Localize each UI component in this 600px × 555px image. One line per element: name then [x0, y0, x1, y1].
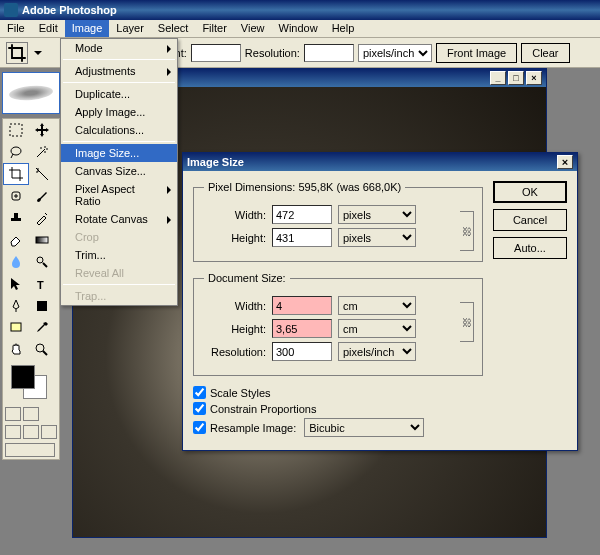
menubar: File Edit Image Layer Select Filter View…	[0, 20, 600, 38]
ok-button[interactable]: OK	[493, 181, 567, 203]
stamp-tool[interactable]	[3, 207, 29, 229]
image-menu-dropdown: Mode Adjustments Duplicate... Apply Imag…	[60, 38, 178, 306]
app-icon	[4, 3, 18, 17]
menu-trim[interactable]: Trim...	[61, 246, 177, 264]
resolution-unit[interactable]: pixels/inch	[338, 342, 416, 361]
svg-point-8	[36, 344, 44, 352]
menu-window[interactable]: Window	[272, 20, 325, 37]
lasso-tool[interactable]	[3, 141, 29, 163]
dialog-close-button[interactable]: ×	[557, 155, 573, 169]
healing-tool[interactable]	[3, 185, 29, 207]
eraser-tool[interactable]	[3, 229, 29, 251]
clear-button[interactable]: Clear	[521, 43, 569, 63]
screen-full[interactable]	[41, 425, 57, 439]
auto-button[interactable]: Auto...	[493, 237, 567, 259]
svg-rect-7	[11, 323, 21, 331]
menu-adjustments[interactable]: Adjustments	[61, 62, 177, 80]
menu-layer[interactable]: Layer	[109, 20, 151, 37]
resample-method-select[interactable]: Bicubic	[304, 418, 424, 437]
minimize-button[interactable]: _	[490, 71, 506, 85]
px-height-unit[interactable]: pixels	[338, 228, 416, 247]
svg-point-1	[11, 147, 21, 155]
resample-check[interactable]: Resample Image:Bicubic	[193, 418, 483, 437]
link-doc-icon[interactable]	[460, 302, 474, 342]
color-swatches	[3, 361, 59, 405]
zoom-tool[interactable]	[29, 339, 55, 361]
height-input[interactable]	[191, 44, 241, 62]
resolution-input[interactable]	[304, 44, 354, 62]
notes-tool[interactable]	[3, 317, 29, 339]
doc-width-input[interactable]	[272, 296, 332, 315]
constrain-checkbox[interactable]	[193, 402, 206, 415]
menu-filter[interactable]: Filter	[195, 20, 233, 37]
resolution-field[interactable]	[272, 342, 332, 361]
tool-preset-dropdown[interactable]	[34, 51, 42, 55]
menu-image-size[interactable]: Image Size...	[61, 144, 177, 162]
menu-mode[interactable]: Mode	[61, 39, 177, 57]
screen-standard[interactable]	[5, 425, 21, 439]
scale-styles-check[interactable]: Scale Styles	[193, 386, 483, 399]
gradient-tool[interactable]	[29, 229, 55, 251]
hand-tool[interactable]	[3, 339, 29, 361]
path-select-tool[interactable]	[3, 273, 29, 295]
doc-height-unit[interactable]: cm	[338, 319, 416, 338]
front-image-button[interactable]: Front Image	[436, 43, 517, 63]
menu-select[interactable]: Select	[151, 20, 196, 37]
foreground-color[interactable]	[11, 365, 35, 389]
doc-height-input[interactable]	[272, 319, 332, 338]
doc-height-label: Height:	[204, 323, 266, 335]
svg-rect-0	[10, 124, 22, 136]
crop-tool[interactable]	[3, 163, 29, 185]
brush-preview[interactable]	[2, 72, 60, 114]
menu-edit[interactable]: Edit	[32, 20, 65, 37]
pen-tool[interactable]	[3, 295, 29, 317]
svg-text:T: T	[37, 279, 44, 291]
eyedropper-tool[interactable]	[29, 317, 55, 339]
scale-styles-checkbox[interactable]	[193, 386, 206, 399]
cancel-button[interactable]: Cancel	[493, 209, 567, 231]
history-brush-tool[interactable]	[29, 207, 55, 229]
svg-point-4	[37, 257, 43, 263]
menu-file[interactable]: File	[0, 20, 32, 37]
menu-apply-image[interactable]: Apply Image...	[61, 103, 177, 121]
menu-canvas-size[interactable]: Canvas Size...	[61, 162, 177, 180]
dodge-tool[interactable]	[29, 251, 55, 273]
image-size-dialog: Image Size × Pixel Dimensions: 595,8K (w…	[182, 152, 578, 451]
slice-tool[interactable]	[29, 163, 55, 185]
pixel-dimensions-group: Pixel Dimensions: 595,8K (was 668,0K) Wi…	[193, 181, 483, 262]
shape-tool[interactable]	[29, 295, 55, 317]
wand-tool[interactable]	[29, 141, 55, 163]
resolution-label: Resolution:	[245, 47, 300, 59]
quickmask-off[interactable]	[5, 407, 21, 421]
move-tool[interactable]	[29, 119, 55, 141]
blur-tool[interactable]	[3, 251, 29, 273]
px-width-input[interactable]	[272, 205, 332, 224]
marquee-tool[interactable]	[3, 119, 29, 141]
close-window-button[interactable]: ×	[526, 71, 542, 85]
menu-help[interactable]: Help	[325, 20, 362, 37]
doc-width-unit[interactable]: cm	[338, 296, 416, 315]
link-pixel-icon[interactable]	[460, 211, 474, 251]
dialog-titlebar[interactable]: Image Size ×	[183, 153, 577, 171]
pixel-dimensions-legend: Pixel Dimensions: 595,8K (was 668,0K)	[204, 181, 405, 193]
px-width-unit[interactable]: pixels	[338, 205, 416, 224]
px-height-label: Height:	[204, 232, 266, 244]
px-height-input[interactable]	[272, 228, 332, 247]
menu-rotate-canvas[interactable]: Rotate Canvas	[61, 210, 177, 228]
crop-tool-icon[interactable]	[6, 42, 28, 64]
menu-pixel-aspect[interactable]: Pixel Aspect Ratio	[61, 180, 177, 210]
menu-duplicate[interactable]: Duplicate...	[61, 85, 177, 103]
jump-to-imageready[interactable]	[5, 443, 55, 457]
quickmask-on[interactable]	[23, 407, 39, 421]
type-tool[interactable]: T	[29, 273, 55, 295]
menu-calculations[interactable]: Calculations...	[61, 121, 177, 139]
resolution-unit-select[interactable]: pixels/inch	[358, 44, 432, 62]
menu-image[interactable]: Image	[65, 20, 110, 37]
resample-checkbox[interactable]	[193, 421, 206, 434]
brush-tool[interactable]	[29, 185, 55, 207]
constrain-check[interactable]: Constrain Proportions	[193, 402, 483, 415]
maximize-button[interactable]: □	[508, 71, 524, 85]
menu-view[interactable]: View	[234, 20, 272, 37]
screen-full-menubar[interactable]	[23, 425, 39, 439]
app-titlebar: Adobe Photoshop	[0, 0, 600, 20]
